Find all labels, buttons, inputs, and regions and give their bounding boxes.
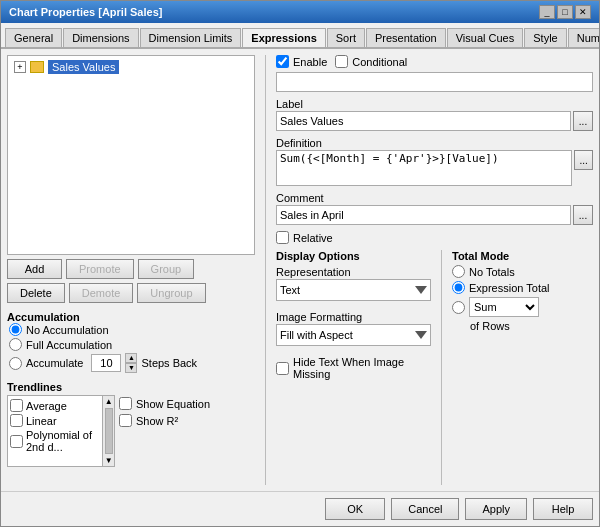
comment-field-group: Comment ... xyxy=(276,192,593,225)
delete-button[interactable]: Delete xyxy=(7,283,65,303)
enable-label: Enable xyxy=(293,56,327,68)
show-equation-option[interactable]: Show Equation xyxy=(119,397,210,410)
conditional-input[interactable] xyxy=(276,72,593,92)
sum-row: Sum xyxy=(452,297,593,317)
trendlines-label: Trendlines xyxy=(7,381,255,393)
trendline-polynomial[interactable]: Polynomial of 2nd d... xyxy=(10,428,100,454)
tab-sort[interactable]: Sort xyxy=(327,28,365,48)
show-equation-label: Show Equation xyxy=(136,398,210,410)
show-r2-check[interactable] xyxy=(119,414,132,427)
enable-option[interactable]: Enable xyxy=(276,55,327,68)
cancel-button[interactable]: Cancel xyxy=(391,498,459,520)
tab-number[interactable]: Number xyxy=(568,28,599,48)
no-totals-radio[interactable] xyxy=(452,265,465,278)
demote-button[interactable]: Demote xyxy=(69,283,134,303)
comment-field-label: Comment xyxy=(276,192,593,204)
accumulation-label: Accumulation xyxy=(7,311,255,323)
definition-input[interactable]: Sum({<[Month] = {'Apr'}>}[Value]) xyxy=(276,150,572,186)
expression-total-radio[interactable] xyxy=(452,281,465,294)
sum-select[interactable]: Sum xyxy=(469,297,539,317)
btn-row-1: Add Promote Group xyxy=(7,259,255,279)
comment-input[interactable] xyxy=(276,205,571,225)
conditional-option[interactable]: Conditional xyxy=(335,55,407,68)
sum-option[interactable] xyxy=(452,301,465,314)
hide-text-checkbox[interactable] xyxy=(276,362,289,375)
comment-ellipsis-button[interactable]: ... xyxy=(573,205,593,225)
help-button[interactable]: Help xyxy=(533,498,593,520)
definition-field-group: Definition Sum({<[Month] = {'Apr'}>}[Val… xyxy=(276,137,593,186)
trendlines-section: Trendlines Average Linear xyxy=(7,377,255,467)
ungroup-button[interactable]: Ungroup xyxy=(137,283,205,303)
definition-input-group: Sum({<[Month] = {'Apr'}>}[Value]) ... xyxy=(276,150,593,186)
expressions-tree[interactable]: + Sales Values xyxy=(7,55,255,255)
minimize-button[interactable]: _ xyxy=(539,5,555,19)
trendlines-list[interactable]: Average Linear Polynomial of 2nd d... xyxy=(8,396,102,466)
trendlines-scrollbar[interactable]: ▲ ▼ xyxy=(102,396,114,466)
steps-up-button[interactable]: ▲ xyxy=(125,353,137,363)
show-r2-label: Show R² xyxy=(136,415,178,427)
of-rows-label: of Rows xyxy=(470,320,593,332)
scroll-up-arrow[interactable]: ▲ xyxy=(105,397,113,406)
full-accumulation-option[interactable]: Full Accumulation xyxy=(9,338,255,351)
tab-style[interactable]: Style xyxy=(524,28,566,48)
panel-divider xyxy=(265,55,266,485)
maximize-button[interactable]: □ xyxy=(557,5,573,19)
trendlines-options: Show Equation Show R² xyxy=(119,395,210,467)
steps-down-button[interactable]: ▼ xyxy=(125,363,137,373)
trendline-polynomial-label: Polynomial of 2nd d... xyxy=(26,429,100,453)
tab-dimensions[interactable]: Dimensions xyxy=(63,28,138,48)
enable-checkbox[interactable] xyxy=(276,55,289,68)
accumulate-option[interactable]: Accumulate xyxy=(9,357,83,370)
tree-node-icon xyxy=(30,61,44,73)
content-area: + Sales Values Add Promote Group Delete … xyxy=(1,49,599,491)
image-formatting-select[interactable]: Fill with Aspect Fill without Aspect Str… xyxy=(276,324,431,346)
tree-item-label[interactable]: Sales Values xyxy=(48,60,119,74)
tab-general[interactable]: General xyxy=(5,28,62,48)
trendline-polynomial-check[interactable] xyxy=(10,435,23,448)
trendline-average[interactable]: Average xyxy=(10,398,100,413)
label-input[interactable] xyxy=(276,111,571,131)
hide-text-option[interactable]: Hide Text When Image Missing xyxy=(276,356,431,380)
conditional-checkbox[interactable] xyxy=(335,55,348,68)
tab-dimension-limits[interactable]: Dimension Limits xyxy=(140,28,242,48)
relative-checkbox[interactable] xyxy=(276,231,289,244)
definition-ellipsis-button[interactable]: ... xyxy=(574,150,593,170)
trendline-linear-check[interactable] xyxy=(10,414,23,427)
definition-field-label: Definition xyxy=(276,137,593,149)
tab-presentation[interactable]: Presentation xyxy=(366,28,446,48)
trendline-linear[interactable]: Linear xyxy=(10,413,100,428)
group-button[interactable]: Group xyxy=(138,259,195,279)
trendline-average-label: Average xyxy=(26,400,67,412)
tabs-bar: General Dimensions Dimension Limits Expr… xyxy=(1,23,599,49)
label-ellipsis-button[interactable]: ... xyxy=(573,111,593,131)
apply-button[interactable]: Apply xyxy=(465,498,527,520)
tab-expressions[interactable]: Expressions xyxy=(242,28,325,48)
ok-button[interactable]: OK xyxy=(325,498,385,520)
scroll-down-arrow[interactable]: ▼ xyxy=(105,456,113,465)
steps-input[interactable] xyxy=(91,354,121,372)
add-button[interactable]: Add xyxy=(7,259,62,279)
sum-radio[interactable] xyxy=(452,301,465,314)
representation-select[interactable]: Text Bars Lines Symbols Gauge Mini Chart xyxy=(276,279,431,301)
tree-item[interactable]: + Sales Values xyxy=(10,58,252,76)
window-title: Chart Properties [April Sales] xyxy=(9,6,162,18)
image-formatting-label: Image Formatting xyxy=(276,311,431,323)
show-r2-option[interactable]: Show R² xyxy=(119,414,210,427)
no-accumulation-radio[interactable] xyxy=(9,323,22,336)
no-accumulation-option[interactable]: No Accumulation xyxy=(9,323,255,336)
footer-buttons: OK Cancel Apply Help xyxy=(1,491,599,526)
close-button[interactable]: ✕ xyxy=(575,5,591,19)
no-accumulation-label: No Accumulation xyxy=(26,324,109,336)
show-equation-check[interactable] xyxy=(119,397,132,410)
representation-label: Representation xyxy=(276,266,431,278)
accumulate-radio[interactable] xyxy=(9,357,22,370)
title-bar: Chart Properties [April Sales] _ □ ✕ xyxy=(1,1,599,23)
tree-expand-icon[interactable]: + xyxy=(14,61,26,73)
tab-visual-cues[interactable]: Visual Cues xyxy=(447,28,524,48)
trendline-average-check[interactable] xyxy=(10,399,23,412)
full-accumulation-radio[interactable] xyxy=(9,338,22,351)
promote-button[interactable]: Promote xyxy=(66,259,134,279)
no-totals-option[interactable]: No Totals xyxy=(452,265,593,278)
expression-total-option[interactable]: Expression Total xyxy=(452,281,593,294)
accumulation-radio-group: No Accumulation Full Accumulation Accumu… xyxy=(7,323,255,373)
